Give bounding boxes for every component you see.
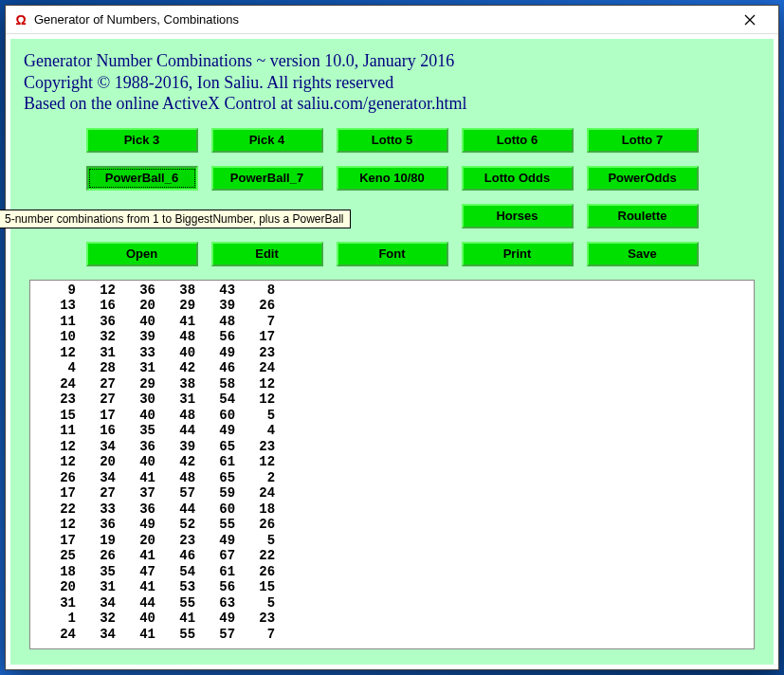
pick-4-button[interactable]: Pick 4 [211, 128, 323, 153]
lotto-odds-button[interactable]: Lotto Odds [462, 166, 574, 191]
window-title: Generator of Numbers, Combinations [34, 12, 728, 27]
lotto-7-button[interactable]: Lotto 7 [587, 128, 699, 153]
font-button[interactable]: Font [337, 242, 448, 266]
roulette-button[interactable]: Roulette [587, 204, 699, 228]
power-odds-button[interactable]: PowerOdds [587, 166, 699, 191]
main-panel: Generator Number Combinations ~ version … [10, 39, 774, 665]
open-button[interactable]: Open [86, 242, 198, 266]
keno-10-80-button[interactable]: Keno 10/80 [337, 166, 448, 191]
close-button[interactable] [728, 7, 771, 33]
app-icon: Ω [13, 12, 28, 27]
powerball-7-button[interactable]: PowerBall_7 [211, 166, 323, 191]
app-window: Ω Generator of Numbers, Combinations Gen… [5, 5, 779, 670]
output-textarea[interactable]: 9 12 36 38 43 8 13 16 20 29 39 26 11 36 … [29, 280, 755, 650]
lotto-6-button[interactable]: Lotto 6 [462, 128, 574, 153]
button-grid: Pick 3 Pick 4 Lotto 5 Lotto 6 Lotto 7 Po… [20, 128, 764, 266]
heading-line-1: Generator Number Combinations ~ version … [24, 50, 764, 72]
lotto-5-button[interactable]: Lotto 5 [337, 128, 448, 153]
edit-button[interactable]: Edit [211, 242, 323, 266]
powerball-6-button[interactable]: PowerBall_6 [86, 166, 198, 191]
heading-block: Generator Number Combinations ~ version … [24, 50, 764, 115]
titlebar: Ω Generator of Numbers, Combinations [6, 6, 778, 34]
horses-button[interactable]: Horses [462, 204, 574, 228]
close-icon [744, 14, 756, 26]
tooltip: 5-number combinations from 1 to BiggestN… [10, 210, 351, 228]
pick-3-button[interactable]: Pick 3 [86, 128, 198, 153]
save-button[interactable]: Save [587, 242, 699, 266]
heading-line-3: Based on the online ActiveX Control at s… [24, 93, 764, 115]
heading-line-2: Copyright © 1988-2016, Ion Saliu. All ri… [24, 72, 764, 94]
print-button[interactable]: Print [462, 242, 574, 266]
